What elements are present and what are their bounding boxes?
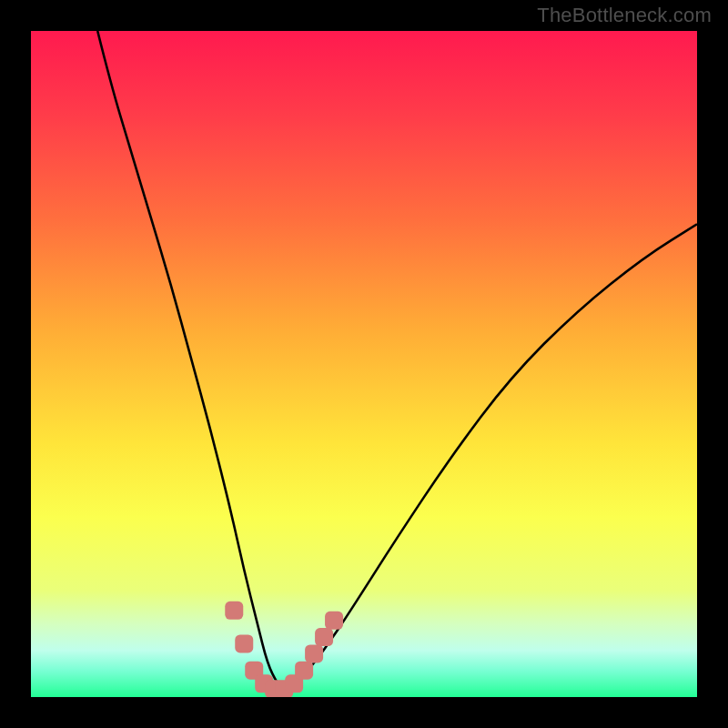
highlighted-point [305,644,323,662]
highlighted-point [325,612,343,630]
plot-area [31,31,697,697]
watermark-text: TheBottleneck.com [537,4,712,27]
plot-svg [31,31,697,697]
highlighted-point [235,634,253,652]
highlighted-point [315,628,333,646]
highlighted-point [295,662,313,680]
gradient-background [31,31,697,697]
chart-container: TheBottleneck.com [0,0,728,728]
highlighted-point [225,602,243,620]
